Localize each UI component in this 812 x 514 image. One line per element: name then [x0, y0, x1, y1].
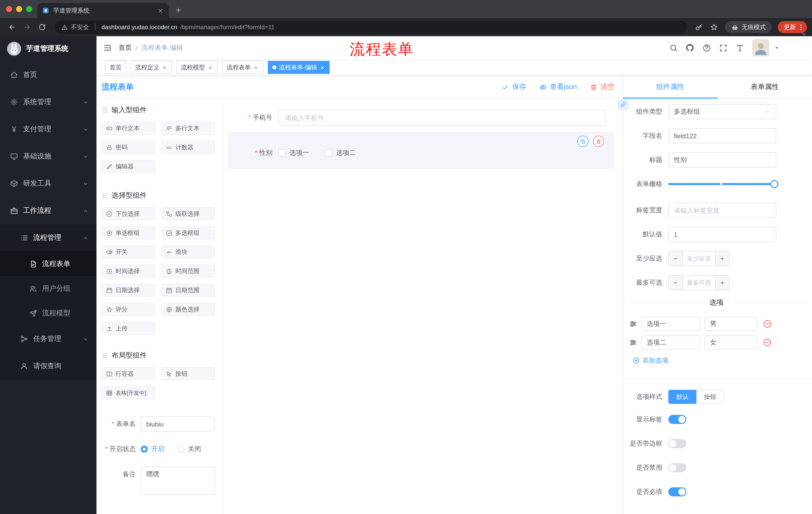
min-select-input[interactable]	[683, 251, 715, 266]
sidebar-item-payment[interactable]: 支付管理	[0, 116, 96, 143]
border-switch[interactable]	[668, 439, 686, 448]
close-icon[interactable]	[207, 64, 213, 70]
option-2-name-input[interactable]	[641, 335, 700, 350]
bookmark-button[interactable]	[707, 20, 721, 34]
sidebar-item-system[interactable]: 系统管理	[0, 88, 96, 116]
tab-close-icon[interactable]	[157, 7, 164, 14]
sidebar-item-process-model[interactable]: 流程模型	[0, 301, 96, 325]
stepper-decrease-button[interactable]	[669, 276, 683, 290]
kebab-menu-icon[interactable]	[798, 24, 805, 31]
clear-button[interactable]: 清空	[590, 82, 614, 91]
sidebar-item-user-group[interactable]: 用户分组	[0, 276, 96, 301]
palette-item-table[interactable]: 表格[开发中]	[102, 386, 155, 399]
palette-item-rate[interactable]: 评分	[102, 303, 155, 316]
sidebar-item-process-management[interactable]: 流程管理	[0, 224, 96, 251]
tag-home[interactable]: 首页	[105, 61, 126, 74]
stepper-increase-button[interactable]	[715, 251, 729, 266]
sidebar-logo[interactable]: 芋道管理系统	[0, 36, 96, 61]
max-select-input[interactable]	[683, 276, 715, 290]
user-avatar[interactable]	[752, 39, 769, 56]
style-default-button[interactable]: 默认	[668, 390, 696, 404]
palette-item-time-picker[interactable]: 时间选择	[102, 265, 155, 278]
close-icon[interactable]	[253, 64, 259, 70]
forward-button[interactable]	[20, 20, 34, 34]
duplicate-field-button[interactable]	[577, 136, 588, 147]
palette-item-cascader[interactable]: 级联选择	[161, 207, 215, 220]
default-value-input[interactable]	[668, 227, 776, 242]
grid-slider[interactable]	[668, 177, 778, 192]
sidebar-item-workflow[interactable]: 工作流程	[0, 197, 96, 224]
breadcrumb-home[interactable]: 首页	[119, 43, 132, 52]
close-icon[interactable]	[320, 64, 325, 70]
view-json-button[interactable]: 查看json	[540, 82, 577, 91]
phone-input[interactable]	[279, 110, 606, 126]
link-chip-button[interactable]	[618, 100, 628, 110]
palette-item-slider[interactable]: 滑块	[161, 245, 215, 259]
add-option-button[interactable]: 添加选项	[633, 356, 804, 365]
disabled-switch[interactable]	[668, 463, 686, 472]
sidebar-item-task-management[interactable]: 任务管理	[0, 325, 96, 353]
delete-field-button[interactable]	[593, 136, 604, 147]
style-button-button[interactable]: 按钮	[696, 390, 724, 404]
palette-item-radio-group[interactable]: 单选框组	[102, 226, 155, 239]
option-1-name-input[interactable]	[641, 317, 700, 331]
palette-item-password[interactable]: 密码	[102, 141, 155, 154]
drag-handle-icon[interactable]	[629, 339, 637, 347]
palette-item-select[interactable]: 下拉选择	[102, 207, 155, 220]
palette-item-textarea[interactable]: 多行文本	[161, 122, 215, 135]
address-bar[interactable]: 不安全 dashboard.yudao.iocoder.cn /bpm/mana…	[54, 21, 687, 34]
remove-option-icon[interactable]	[763, 338, 772, 347]
palette-item-editor[interactable]: 编辑器	[102, 160, 155, 173]
option-1-value-input[interactable]	[704, 317, 757, 331]
canvas-field-phone[interactable]: 手机号	[228, 110, 614, 126]
window-close-button[interactable]	[6, 6, 12, 12]
form-name-input[interactable]	[141, 416, 215, 432]
window-zoom-button[interactable]	[26, 6, 32, 12]
palette-item-upload[interactable]: 上传	[102, 322, 155, 335]
tab-component-props[interactable]: 组件属性	[623, 76, 718, 98]
slider-handle[interactable]	[770, 180, 778, 188]
palette-item-single-line[interactable]: 单行文本	[102, 122, 155, 135]
reload-button[interactable]	[35, 20, 49, 34]
palette-item-row-container[interactable]: 行容器	[102, 367, 155, 380]
palette-item-color-picker[interactable]: 颜色选择	[161, 303, 215, 316]
stepper-increase-button[interactable]	[715, 276, 729, 290]
tag-process-form[interactable]: 流程表单	[222, 61, 263, 74]
status-off-radio[interactable]: 关闭	[177, 444, 201, 454]
save-button[interactable]: 保存	[502, 82, 526, 91]
fullscreen-button[interactable]	[717, 42, 729, 54]
font-size-button[interactable]	[734, 42, 746, 54]
tag-process-model[interactable]: 流程模型	[176, 61, 218, 74]
palette-item-date-range[interactable]: 日期范围	[161, 283, 215, 297]
component-type-select[interactable]: 多选框组	[668, 104, 776, 119]
browser-tab[interactable]: 芋道管理系统	[37, 3, 169, 18]
palette-item-switch[interactable]: 开关	[102, 245, 155, 259]
header-search-button[interactable]	[667, 42, 679, 54]
status-on-radio[interactable]: 开启	[141, 444, 164, 454]
sidebar-item-process-form[interactable]: 流程表单	[0, 251, 96, 276]
tab-form-props[interactable]: 表单属性	[718, 76, 812, 98]
gender-option-1-checkbox[interactable]: 选项一	[279, 148, 309, 157]
palette-item-checkbox-group[interactable]: 多选框组	[161, 226, 215, 239]
title-input[interactable]	[668, 153, 776, 167]
tag-process-form-edit[interactable]: 流程表单-编辑	[268, 61, 330, 74]
github-button[interactable]	[684, 42, 696, 54]
password-manager-button[interactable]	[692, 20, 706, 34]
required-switch[interactable]	[668, 487, 686, 496]
sidebar-toggle-button[interactable]	[96, 36, 119, 59]
chrome-dropdown-chevron-icon[interactable]	[801, 31, 807, 37]
palette-item-date-picker[interactable]: 日期选择	[102, 283, 155, 297]
sidebar-item-leave-query[interactable]: 请假查询	[0, 353, 96, 380]
help-button[interactable]	[700, 42, 713, 54]
label-width-input[interactable]	[668, 203, 776, 218]
sidebar-item-devtools[interactable]: 研发工具	[0, 170, 96, 197]
palette-item-time-range[interactable]: 时间范围	[161, 265, 215, 278]
remove-option-icon[interactable]	[763, 319, 772, 328]
back-button[interactable]	[5, 20, 19, 34]
caret-down-icon[interactable]	[774, 45, 780, 51]
field-name-input[interactable]	[668, 128, 776, 143]
close-icon[interactable]	[162, 64, 167, 70]
new-tab-button[interactable]	[172, 3, 185, 17]
palette-item-counter[interactable]: 123计数器	[161, 141, 215, 154]
option-2-value-input[interactable]	[704, 335, 757, 350]
